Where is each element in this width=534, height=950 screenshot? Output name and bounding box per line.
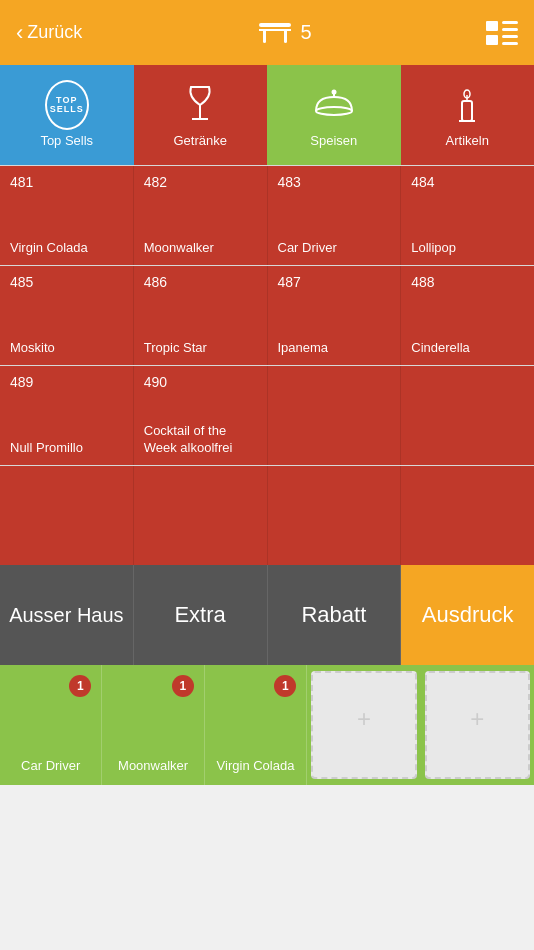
item-name: Car Driver: [278, 240, 391, 257]
item-number: 483: [278, 174, 391, 190]
chevron-left-icon: ‹: [16, 20, 23, 46]
ausser-haus-button[interactable]: Ausser Haus: [0, 565, 134, 665]
item-number: 484: [411, 174, 524, 190]
grid-item-482[interactable]: 482 Moonwalker: [134, 166, 268, 265]
cart-item-label: Car Driver: [21, 758, 80, 773]
tab-getraenke[interactable]: Getränke: [134, 65, 268, 165]
item-name: Lollipop: [411, 240, 524, 257]
grid-item-483[interactable]: 483 Car Driver: [268, 166, 402, 265]
cart-item-label: Moonwalker: [118, 758, 188, 773]
grid-item-481[interactable]: 481 Virgin Colada: [0, 166, 134, 265]
header-center: 5: [257, 19, 312, 47]
svg-rect-7: [502, 28, 518, 31]
cart-row: 1 Car Driver 1 Moonwalker 1 Virgin Colad…: [0, 665, 534, 785]
tab-speisen[interactable]: Speisen: [267, 65, 401, 165]
cloche-icon: [312, 83, 356, 127]
svg-rect-5: [486, 35, 498, 45]
grid-item-empty-5: [268, 466, 402, 565]
cart-badge: 1: [274, 675, 296, 697]
extra-label: Extra: [174, 602, 225, 628]
item-name: Cocktail of the Week alkoolfrei: [144, 423, 257, 457]
cart-badge: 1: [172, 675, 194, 697]
tab-speisen-label: Speisen: [310, 133, 357, 148]
tab-getraenke-label: Getränke: [174, 133, 227, 148]
svg-rect-8: [502, 35, 518, 38]
item-number: 487: [278, 274, 391, 290]
back-label: Zurück: [27, 22, 82, 43]
candle-icon: [445, 83, 489, 127]
svg-rect-3: [284, 29, 287, 43]
tab-artikeln[interactable]: Artikeln: [401, 65, 535, 165]
grid-item-empty-1: [268, 366, 402, 465]
category-tabs: TOP SELLS Top Sells Getränke Speisen: [0, 65, 534, 165]
svg-point-12: [316, 107, 352, 115]
grid-item-488[interactable]: 488 Cinderella: [401, 266, 534, 365]
grid-item-484[interactable]: 484 Lollipop: [401, 166, 534, 265]
item-name: Moskito: [10, 340, 123, 357]
item-number: 485: [10, 274, 123, 290]
item-number: 488: [411, 274, 524, 290]
tab-artikeln-label: Artikeln: [446, 133, 489, 148]
tab-top-sells[interactable]: TOP SELLS Top Sells: [0, 65, 134, 165]
item-name: Moonwalker: [144, 240, 257, 257]
svg-rect-2: [263, 29, 266, 43]
action-row: Ausser Haus Extra Rabatt Ausdruck: [0, 565, 534, 665]
grid-row: 489 Null Promillo 490 Cocktail of the We…: [0, 365, 534, 465]
header-right: [486, 19, 518, 47]
header: ‹ Zurück 5: [0, 0, 534, 65]
ausdruck-label: Ausdruck: [422, 602, 514, 628]
rabatt-label: Rabatt: [301, 602, 366, 628]
ausdruck-button[interactable]: Ausdruck: [401, 565, 534, 665]
item-number: 486: [144, 274, 257, 290]
item-name: Cinderella: [411, 340, 524, 357]
grid-item-486[interactable]: 486 Tropic Star: [134, 266, 268, 365]
extra-button[interactable]: Extra: [134, 565, 268, 665]
item-name: Ipanema: [278, 340, 391, 357]
svg-rect-9: [502, 42, 518, 45]
svg-rect-15: [462, 101, 472, 121]
cart-badge: 1: [69, 675, 91, 697]
grid-row: 481 Virgin Colada 482 Moonwalker 483 Car…: [0, 165, 534, 265]
tab-top-sells-label: Top Sells: [40, 133, 93, 148]
item-number: 481: [10, 174, 123, 190]
svg-rect-6: [502, 21, 518, 24]
item-number: 489: [10, 374, 123, 390]
add-slot-icon-1: +: [357, 705, 371, 733]
svg-rect-0: [259, 23, 291, 27]
cart-empty-slot-1[interactable]: +: [311, 671, 416, 779]
rabatt-button[interactable]: Rabatt: [268, 565, 402, 665]
item-count: 5: [301, 21, 312, 44]
cart-empty-slot-2[interactable]: +: [425, 671, 530, 779]
grid-item-empty-3: [0, 466, 134, 565]
grid-item-489[interactable]: 489 Null Promillo: [0, 366, 134, 465]
grid-item-485[interactable]: 485 Moskito: [0, 266, 134, 365]
back-button[interactable]: ‹ Zurück: [16, 20, 82, 46]
svg-rect-4: [486, 21, 498, 31]
layout-icon[interactable]: [486, 19, 518, 47]
wine-glass-icon: [178, 83, 222, 127]
ausser-haus-label: Ausser Haus: [9, 603, 124, 627]
svg-point-14: [331, 89, 336, 94]
grid-row: [0, 465, 534, 565]
grid-item-490[interactable]: 490 Cocktail of the Week alkoolfrei: [134, 366, 268, 465]
item-name: Null Promillo: [10, 440, 123, 457]
top-sells-icon: TOP SELLS: [45, 83, 89, 127]
item-name: Virgin Colada: [10, 240, 123, 257]
table-icon: [257, 19, 293, 47]
item-number: 490: [144, 374, 257, 390]
cart-item-label: Virgin Colada: [217, 758, 295, 773]
grid-row: 485 Moskito 486 Tropic Star 487 Ipanema …: [0, 265, 534, 365]
cart-item-virgin-colada[interactable]: 1 Virgin Colada: [205, 665, 307, 785]
items-grid: 481 Virgin Colada 482 Moonwalker 483 Car…: [0, 165, 534, 565]
cart-item-car-driver[interactable]: 1 Car Driver: [0, 665, 102, 785]
item-name: Tropic Star: [144, 340, 257, 357]
add-slot-icon-2: +: [470, 705, 484, 733]
grid-item-empty-2: [401, 366, 534, 465]
item-number: 482: [144, 174, 257, 190]
cart-item-moonwalker[interactable]: 1 Moonwalker: [102, 665, 204, 785]
grid-item-487[interactable]: 487 Ipanema: [268, 266, 402, 365]
grid-item-empty-4: [134, 466, 268, 565]
grid-item-empty-6: [401, 466, 534, 565]
